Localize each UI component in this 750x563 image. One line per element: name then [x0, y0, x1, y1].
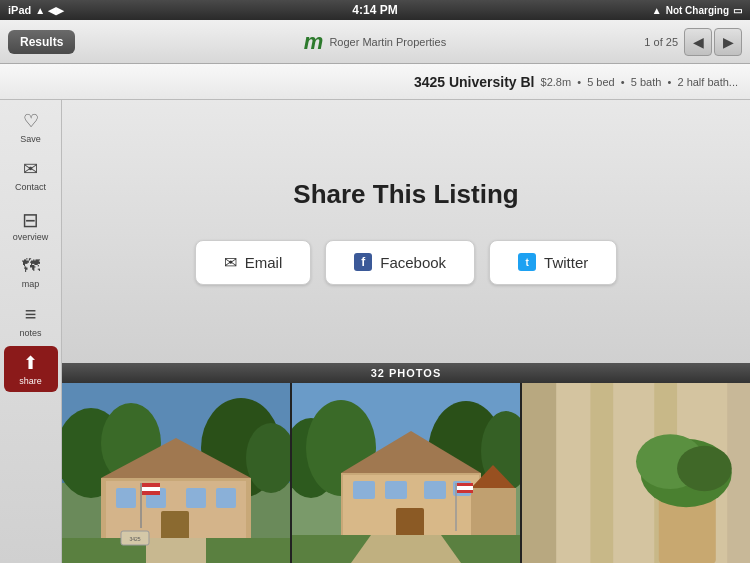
nav-logo: m Roger Martin Properties — [304, 29, 446, 55]
share-panel: Share This Listing ✉ Email f Facebook t … — [62, 100, 750, 363]
photos-bar: 32 PHOTOS — [62, 363, 750, 383]
twitter-share-button[interactable]: t Twitter — [489, 240, 617, 285]
sidebar-map-label: map — [22, 279, 40, 289]
facebook-label: Facebook — [380, 254, 446, 271]
sidebar-share-label: share — [19, 376, 42, 386]
svg-rect-34 — [385, 481, 407, 499]
notes-icon: ≡ — [25, 303, 37, 326]
sidebar-item-map[interactable]: 🗺 map — [4, 250, 58, 295]
status-time: 4:14 PM — [352, 3, 397, 17]
sidebar-overview-label: overview — [13, 232, 49, 242]
status-bar: iPad ▲ ◀▶ 4:14 PM ▲ Not Charging ▭ — [0, 0, 750, 20]
nav-bar: Results m Roger Martin Properties 1 of 2… — [0, 20, 750, 64]
sidebar-item-notes[interactable]: ≡ notes — [4, 297, 58, 344]
property-bar: 3425 University Bl $2.8m • 5 bed • 5 bat… — [0, 64, 750, 100]
status-right: ▲ Not Charging ▭ — [652, 5, 742, 16]
sidebar-item-share[interactable]: ⬆ share — [4, 346, 58, 392]
wifi-icon: ▲ ◀▶ — [35, 5, 64, 16]
facebook-icon: f — [354, 253, 372, 271]
overview-icon: ⊟ — [22, 210, 39, 230]
svg-rect-49 — [590, 383, 613, 563]
property-address: 3425 University Bl — [414, 74, 535, 90]
map-icon: 🗺 — [22, 256, 40, 277]
sidebar: ♡ Save ✉ Contact ⊟ overview 🗺 map ≡ note… — [0, 100, 62, 563]
email-icon: ✉ — [224, 253, 237, 272]
app-container: iPad ▲ ◀▶ 4:14 PM ▲ Not Charging ▭ Resul… — [0, 0, 750, 563]
svg-rect-19 — [142, 487, 160, 491]
svg-rect-43 — [457, 486, 473, 490]
photos-section: 32 PHOTOS — [62, 363, 750, 563]
photo-1[interactable]: 3425 — [62, 383, 290, 563]
sidebar-item-save[interactable]: ♡ Save — [4, 104, 58, 150]
heart-icon: ♡ — [23, 110, 39, 132]
svg-rect-44 — [457, 490, 473, 493]
prev-button[interactable]: ◀ — [684, 28, 712, 56]
photo-3[interactable] — [522, 383, 750, 563]
svg-rect-20 — [142, 491, 160, 495]
svg-rect-12 — [216, 488, 236, 508]
gps-icon: ▲ — [652, 5, 662, 16]
status-left: iPad ▲ ◀▶ — [8, 4, 64, 16]
svg-text:3425: 3425 — [129, 536, 140, 542]
mail-icon: ✉ — [23, 158, 38, 180]
property-details: $2.8m • 5 bed • 5 bath • 2 half bath... — [541, 76, 738, 88]
svg-rect-18 — [142, 483, 160, 487]
next-button[interactable]: ▶ — [714, 28, 742, 56]
sidebar-contact-label: Contact — [15, 182, 46, 192]
photos-count: 32 PHOTOS — [371, 367, 442, 379]
page-indicator: 1 of 25 — [644, 36, 678, 48]
email-share-button[interactable]: ✉ Email — [195, 240, 312, 285]
property-baths: 5 bath — [631, 76, 662, 88]
main-layout: ♡ Save ✉ Contact ⊟ overview 🗺 map ≡ note… — [0, 100, 750, 563]
svg-rect-42 — [457, 483, 473, 486]
share-buttons: ✉ Email f Facebook t Twitter — [195, 240, 618, 285]
results-button[interactable]: Results — [8, 30, 75, 54]
sidebar-save-label: Save — [20, 134, 41, 144]
svg-rect-9 — [116, 488, 136, 508]
content-area: Share This Listing ✉ Email f Facebook t … — [62, 100, 750, 563]
battery-label: Not Charging — [666, 5, 729, 16]
facebook-share-button[interactable]: f Facebook — [325, 240, 475, 285]
property-price: $2.8m — [541, 76, 572, 88]
share-title: Share This Listing — [293, 179, 518, 210]
sidebar-notes-label: notes — [19, 328, 41, 338]
svg-rect-15 — [146, 538, 206, 563]
svg-rect-33 — [353, 481, 375, 499]
svg-rect-11 — [186, 488, 206, 508]
svg-rect-48 — [522, 383, 556, 563]
twitter-icon: t — [518, 253, 536, 271]
logo-icon: m — [304, 29, 324, 55]
svg-point-54 — [677, 446, 732, 492]
property-half-baths: 2 half bath... — [677, 76, 738, 88]
share-icon: ⬆ — [23, 352, 38, 374]
sidebar-item-overview[interactable]: ⊟ overview — [4, 204, 58, 248]
logo-text: Roger Martin Properties — [329, 36, 446, 48]
battery-icon: ▭ — [733, 5, 742, 16]
twitter-label: Twitter — [544, 254, 588, 271]
carrier-label: iPad — [8, 4, 31, 16]
photos-strip[interactable]: 3425 — [62, 383, 750, 563]
svg-rect-35 — [424, 481, 446, 499]
photo-2[interactable] — [292, 383, 520, 563]
svg-rect-31 — [471, 488, 516, 543]
email-label: Email — [245, 254, 283, 271]
sidebar-item-contact[interactable]: ✉ Contact — [4, 152, 58, 198]
property-beds: 5 bed — [587, 76, 615, 88]
nav-arrows: ◀ ▶ — [684, 28, 742, 56]
nav-right: 1 of 25 ◀ ▶ — [644, 28, 742, 56]
